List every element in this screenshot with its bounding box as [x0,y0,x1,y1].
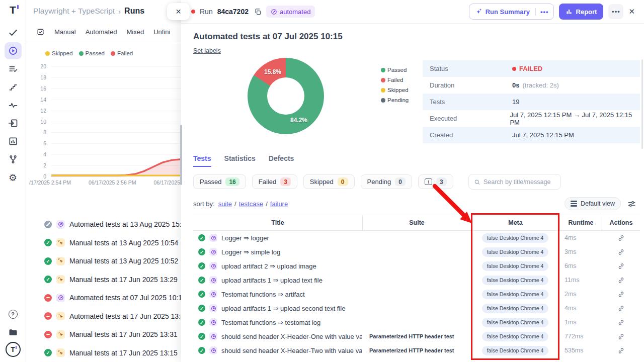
tests-count: 19 [512,98,519,106]
run-detail-title: Automated tests at 07 Jul 2025 10:15 [193,32,640,42]
app-logo[interactable]: T [10,4,16,16]
import-nav-icon[interactable] [5,115,22,132]
tab-unfinished[interactable]: Unfini [153,28,170,36]
filter-skipped-label: Skipped [310,178,334,186]
tests-nav-check-icon[interactable] [5,24,22,41]
filter-comments[interactable]: 3 [418,174,453,189]
tab-manual[interactable]: Manual [54,28,76,36]
link-icon[interactable] [602,319,640,326]
test-title[interactable]: Logger ⇒ logger [221,234,269,242]
info-row-tests: Tests 19 [423,94,640,110]
run-title: Automated tests at 07 Jul 2025 10:15 [69,294,181,302]
copy-icon[interactable] [254,8,262,16]
column-settings-sliders-icon[interactable] [627,200,636,208]
breadcrumb-project[interactable]: Playwright + TypeScript [33,7,115,16]
search-input[interactable] [484,178,555,186]
tab-defects[interactable]: Defects [269,154,294,167]
table-row[interactable]: Logger ⇒ simple log false Desktop Chrome… [193,245,640,259]
filter-failed[interactable]: Failed3 [252,174,297,189]
projects-folder-icon[interactable] [5,324,22,341]
runs-nav-play-circle-icon[interactable] [5,42,22,59]
run-list-item[interactable]: Automated tests at 17 Jun 2025 13:30 [26,307,181,326]
filter-skipped[interactable]: Skipped0 [303,174,355,189]
left-panel-scrollbar[interactable] [180,125,182,185]
link-icon[interactable] [602,248,640,256]
run-list-item[interactable]: Manual tests at 17 Jun 2025 13:15 from [26,344,181,362]
col-runtime[interactable]: Runtime [559,215,602,230]
user-avatar[interactable]: T [6,342,21,357]
link-icon[interactable] [602,262,640,270]
run-failed-dot [191,10,195,14]
test-title[interactable]: should send header X-Header-One with val… [221,333,362,340]
run-status-icon [44,276,52,283]
main-panel-scrollbar[interactable] [641,59,643,149]
set-labels-link[interactable]: Set labels [193,47,221,54]
test-title[interactable]: Testomat functions ⇒ artifact [221,291,305,298]
breadcrumb-page[interactable]: Runs [124,7,144,16]
run-list-item[interactable]: Manual tests at 13 Aug 2025 10:52 from [26,252,181,270]
automated-icon [209,332,217,340]
comments-count-badge: 3 [436,177,447,186]
more-options-button[interactable]: ••• [608,4,623,19]
table-row[interactable]: should send header X-Header-Two with val… [193,343,640,357]
run-list-item[interactable]: Manual tests at 13 Aug 2025 10:54 2 [26,234,181,252]
link-icon[interactable] [602,305,640,312]
table-row[interactable]: Logger ⇒ logger false Desktop Chrome 4 4… [193,231,640,245]
col-actions[interactable]: Actions [602,215,640,230]
sort-link-failure[interactable]: failure [270,200,288,208]
table-row[interactable]: upload artifacts 1 ⇒ upload text file fa… [193,273,640,287]
sort-link-testcase[interactable]: testcase [239,200,263,208]
runs-tab-close-icon[interactable]: ✕ [167,3,190,20]
reports-nav-chart-icon[interactable] [5,133,22,150]
link-icon[interactable] [602,277,640,284]
test-title[interactable]: upload artifacts 1 ⇒ upload second text … [221,305,346,312]
run-summary-button[interactable]: Run Summary ••• [469,4,554,20]
report-button[interactable]: Report [559,4,604,20]
milestones-nav-stairs-icon[interactable] [5,78,22,96]
table-row[interactable]: Testomat functions ⇒ artifact false Desk… [193,287,640,301]
col-meta[interactable]: Meta [471,215,559,230]
plans-nav-list-check-icon[interactable] [5,60,22,77]
run-id: 84ca7202 [217,8,249,16]
tab-statistics[interactable]: Statistics [224,154,256,167]
link-icon[interactable] [602,347,640,354]
branches-nav-git-icon[interactable] [5,151,22,168]
sort-link-suite[interactable]: suite [218,200,232,208]
test-title[interactable]: upload artifact 2 ⇒ upload image [221,262,316,270]
test-title[interactable]: upload artifacts 1 ⇒ upload text file [221,277,323,284]
select-all-checkbox-icon[interactable] [36,28,45,36]
run-list-item[interactable]: Manual tests at 17 Jun 2025 13:29 from [26,270,181,289]
run-list-item[interactable]: Automated tests at 07 Jul 2025 10:15 [26,289,181,307]
run-title: Manual tests at 13 Aug 2025 10:52 [69,257,178,265]
test-title[interactable]: should send header X-Header-Two with val… [221,347,362,354]
automated-icon [271,9,277,15]
test-title[interactable]: Testomat functions ⇒ testomat log [221,319,320,326]
link-icon[interactable] [602,234,640,242]
link-icon[interactable] [602,291,640,298]
col-suite[interactable]: Suite [362,215,471,230]
run-list-item[interactable]: Manual tests at 17 Jun 2025 13:31 from [26,325,181,344]
link-icon[interactable] [602,333,640,340]
legend-passed: Passed [387,67,407,73]
run-list-item[interactable]: Automated tests at 13 Aug 2025 15:53 [26,215,181,234]
default-view-button[interactable]: Default view [565,197,621,210]
tab-tests[interactable]: Tests [193,154,211,167]
test-suite: Parameterized HTTP header test [362,347,471,353]
run-summary-more[interactable]: ••• [535,8,553,16]
filter-pending[interactable]: Pending0 [361,174,412,189]
tab-mixed[interactable]: Mixed [127,28,144,36]
help-icon[interactable] [5,306,22,323]
tab-automated[interactable]: Automated [86,28,117,36]
automated-badge[interactable]: automated [266,6,315,18]
col-title[interactable]: Title [193,215,362,230]
table-row[interactable]: upload artifacts 1 ⇒ upload second text … [193,301,640,315]
settings-nav-gear-icon[interactable] [5,169,22,186]
table-row[interactable]: should send header X-Header-One with val… [193,329,640,343]
filter-passed[interactable]: Passed16 [193,174,246,189]
activity-nav-pulse-icon[interactable] [5,97,22,114]
close-panel-icon[interactable]: ✕ [628,7,635,16]
duration-value: 0s [512,81,519,89]
table-row[interactable]: Testomat functions ⇒ testomat log false … [193,315,640,329]
table-row[interactable]: upload artifact 2 ⇒ upload image false D… [193,259,640,273]
test-title[interactable]: Logger ⇒ simple log [221,248,280,256]
